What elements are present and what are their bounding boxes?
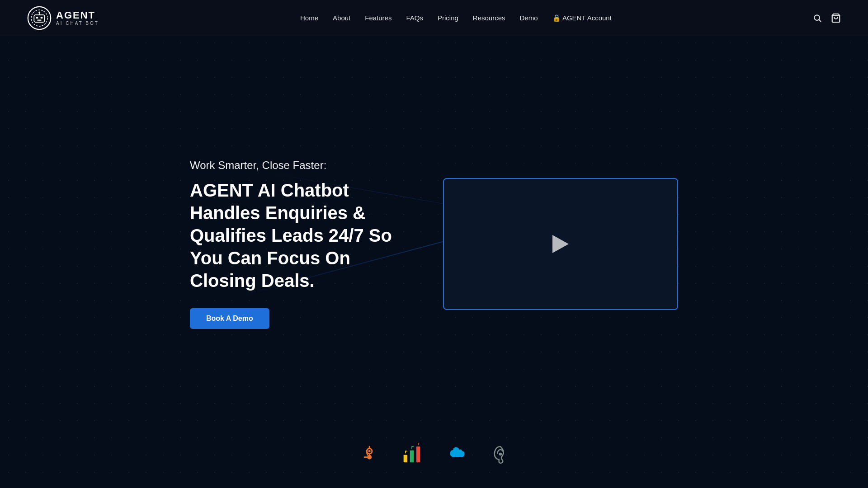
hero-content: Work Smarter, Close Faster: AGENT AI Cha… (163, 36, 705, 434)
nav-demo[interactable]: Demo (520, 14, 538, 22)
svg-rect-5 (38, 19, 42, 20)
book-demo-button[interactable]: Book A Demo (190, 308, 269, 329)
nav-action-icons (813, 13, 841, 23)
hero-text: Work Smarter, Close Faster: AGENT AI Cha… (190, 159, 416, 329)
nav-links: Home About Features FAQs Pricing Resourc… (300, 14, 612, 22)
analytics-integration (401, 443, 423, 465)
nav-home[interactable]: Home (300, 14, 318, 22)
cart-icon (831, 13, 841, 23)
hero-video (443, 178, 678, 310)
svg-point-21 (499, 453, 502, 456)
hero-section: Work Smarter, Close Faster: AGENT AI Cha… (0, 0, 868, 488)
svg-rect-18 (404, 455, 407, 463)
brand-name: AGENT (56, 10, 99, 21)
svg-point-12 (368, 450, 371, 452)
salesforce-icon (445, 443, 467, 465)
svg-rect-4 (41, 17, 43, 19)
hero-title: AGENT AI Chatbot Handles Enquiries & Qua… (190, 179, 416, 292)
hubspot-integration (356, 443, 379, 465)
salesforce-integration (445, 443, 467, 465)
nav-account[interactable]: 🔒 AGENT Account (552, 14, 612, 22)
nav-features[interactable]: Features (365, 14, 392, 22)
hubspot-icon (356, 443, 379, 465)
logo-icon (27, 6, 52, 30)
nav-about[interactable]: About (333, 14, 350, 22)
nav-pricing[interactable]: Pricing (438, 14, 458, 22)
hero-subtitle: Work Smarter, Close Faster: (190, 159, 416, 172)
search-icon (813, 14, 822, 23)
integrations-row (0, 434, 868, 488)
ear-icon (489, 443, 512, 465)
svg-line-17 (367, 453, 368, 455)
play-button[interactable] (552, 235, 569, 253)
nav-faqs[interactable]: FAQs (406, 14, 423, 22)
barchart-icon (401, 443, 423, 465)
search-button[interactable] (813, 14, 822, 23)
video-player[interactable] (443, 178, 678, 310)
svg-rect-20 (416, 446, 420, 462)
svg-rect-2 (34, 14, 44, 22)
nav-resources[interactable]: Resources (473, 14, 505, 22)
navigation: AGENT AI CHAT BOT Home About Features FA… (0, 0, 868, 36)
svg-line-9 (819, 19, 821, 21)
svg-point-7 (38, 11, 40, 13)
svg-rect-3 (36, 17, 38, 19)
svg-rect-19 (410, 450, 414, 463)
brand-tagline: AI CHAT BOT (56, 21, 99, 26)
logo-link[interactable]: AGENT AI CHAT BOT (27, 6, 99, 30)
audiense-integration (489, 443, 512, 465)
cart-button[interactable] (831, 13, 841, 23)
